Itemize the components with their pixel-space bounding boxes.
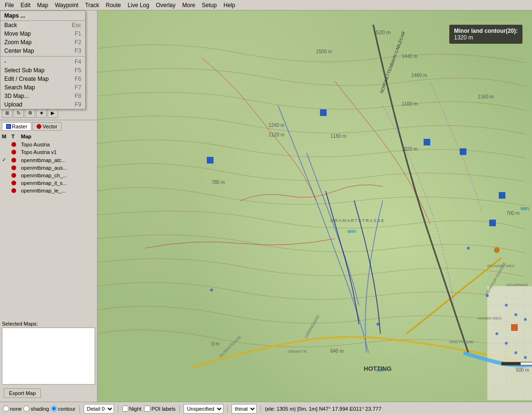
menu-map[interactable]: Map <box>34 1 51 10</box>
svg-text:HOLERWEG: HOLERWEG <box>506 283 529 287</box>
export-map-button[interactable]: Export Map <box>4 388 41 398</box>
svg-text:500 m: 500 m <box>516 367 529 373</box>
status-sep-5 <box>261 405 261 413</box>
type-6 <box>11 188 21 193</box>
menu-setup[interactable]: Setup <box>199 1 220 10</box>
main-area: Maps ... Back Esc Move Map F1 Zoom Map F… <box>0 10 532 402</box>
status-sep-2 <box>118 405 118 413</box>
dropdown-edit-create-map[interactable]: Edit / Create Map F6 <box>0 75 85 83</box>
menu-track[interactable]: Track <box>82 1 102 10</box>
svg-text:HOTTING: HOTTING <box>364 365 392 372</box>
map-row-5[interactable]: openmtbmap_it_s... <box>0 179 97 187</box>
svg-text:640 m: 640 m <box>330 348 344 354</box>
tab-raster[interactable]: Raster <box>2 122 31 131</box>
col-header-t: T <box>11 134 21 139</box>
svg-text:1240 m: 1240 m <box>269 123 284 128</box>
menu-more[interactable]: More <box>179 1 198 10</box>
dropdown-center-map[interactable]: Center Map F3 <box>0 47 85 55</box>
type-5 <box>11 181 21 185</box>
map-row-6[interactable]: openmtbmap_le_... <box>0 187 97 194</box>
tab-vector[interactable]: Vector <box>32 122 61 131</box>
dropdown-move-map-label: Move Map <box>4 30 31 37</box>
dropdown-f4[interactable]: - F4 <box>0 58 85 66</box>
map-row-1[interactable]: Topo Austria v1 <box>0 148 97 156</box>
dropdown-search-map[interactable]: Search Map F7 <box>0 83 85 92</box>
dropdown-search-map-label: Search Map <box>4 84 35 91</box>
map-row-2[interactable]: ✓ openmtbmap_atc... <box>0 156 97 164</box>
radio-shading[interactable]: shading <box>23 405 49 412</box>
radio-shading-input[interactable] <box>23 405 29 412</box>
dropdown-center-map-label: Center Map <box>4 48 34 54</box>
type-4 <box>11 173 21 178</box>
svg-text:HOHER WEG: HOHER WEG <box>478 316 502 320</box>
dropdown-3d-map-label: 3D Map... <box>4 93 29 99</box>
radio-contour-label: contour <box>58 406 76 412</box>
maps-dropdown-title: Maps ... <box>0 11 85 21</box>
map-row-4[interactable]: openmtbmap_ch_... <box>0 172 97 179</box>
svg-rect-15 <box>207 157 213 164</box>
rv-tabs: Raster Vector <box>2 122 95 131</box>
map-area[interactable]: WiFi WiFi WiFi <box>97 10 532 402</box>
menu-file[interactable]: File <box>2 1 17 10</box>
svg-text:0 m: 0 m <box>212 341 220 347</box>
dropdown-3d-map[interactable]: 3D Map... F8 <box>0 92 85 100</box>
map-name-4: openmtbmap_ch_... <box>21 173 95 178</box>
map-canvas[interactable]: WiFi WiFi WiFi <box>97 10 532 402</box>
menu-waypoint[interactable]: Waypoint <box>52 1 81 10</box>
radio-contour-input[interactable] <box>51 405 57 412</box>
type-1 <box>11 150 21 154</box>
status-sep-1 <box>79 405 80 413</box>
svg-rect-17 <box>424 139 430 145</box>
svg-point-32 <box>524 318 527 321</box>
col-headers: M T Map <box>0 133 97 141</box>
selected-maps-area: Selected Maps: Export Map <box>0 319 97 402</box>
radio-shading-label: shading <box>30 406 49 412</box>
radio-none[interactable]: none <box>3 405 21 412</box>
svg-rect-22 <box>511 324 518 331</box>
type-2 <box>11 158 21 163</box>
map-name-5: openmtbmap_it_s... <box>21 180 95 186</box>
unspecified-select[interactable]: Unspecified <box>184 404 223 414</box>
dropdown-f4-label: - <box>4 58 6 65</box>
status-sep-4 <box>227 405 228 413</box>
profile-select[interactable]: thinat <box>232 404 257 414</box>
svg-text:1520 m: 1520 m <box>373 29 391 35</box>
menu-livelog[interactable]: Live Log <box>125 1 152 10</box>
menu-route[interactable]: Route <box>103 1 124 10</box>
map-row-3[interactable]: openmtbmap_aus... <box>0 164 97 172</box>
dropdown-upload[interactable]: Upload F9 <box>0 100 85 109</box>
svg-text:700 m: 700 m <box>506 211 520 216</box>
radio-none-input[interactable] <box>3 405 9 412</box>
col-header-map: Map <box>21 134 95 139</box>
night-checkbox-label[interactable]: Night <box>122 405 142 412</box>
check-2: ✓ <box>2 157 11 163</box>
map-name-1: Topo Austria v1 <box>21 149 95 155</box>
menu-help[interactable]: Help <box>221 1 238 10</box>
svg-point-28 <box>467 247 470 250</box>
poi-checkbox[interactable] <box>144 405 150 412</box>
coordinates-text: (ele: 1305 m) [0m, 1m] N47° 17.994 E011°… <box>265 406 381 412</box>
dropdown-select-sub-map[interactable]: Select Sub Map F5 <box>0 66 85 75</box>
dropdown-separator-1 <box>0 56 85 57</box>
map-name-3: openmtbmap_aus... <box>21 165 95 171</box>
map-list: Topo Austria Topo Austria v1 ✓ openmtbma… <box>0 141 97 319</box>
svg-point-31 <box>514 313 517 316</box>
detail-select[interactable]: Detail 0 Detail 1 Detail 2 <box>84 404 114 414</box>
svg-point-27 <box>377 323 379 326</box>
poi-checkbox-label[interactable]: POI labels <box>144 405 175 412</box>
night-checkbox[interactable] <box>122 405 128 412</box>
svg-point-36 <box>524 356 527 359</box>
dropdown-back[interactable]: Back Esc <box>0 21 85 29</box>
svg-point-35 <box>514 351 517 354</box>
col-header-m: M <box>2 134 11 139</box>
dropdown-zoom-map[interactable]: Zoom Map F2 <box>0 38 85 47</box>
menu-overlay[interactable]: Overlay <box>153 1 178 10</box>
svg-text:1100 m: 1100 m <box>402 101 417 106</box>
map-row-0[interactable]: Topo Austria <box>0 141 97 148</box>
radio-contour[interactable]: contour <box>51 405 76 412</box>
svg-text:1160 m: 1160 m <box>478 94 493 99</box>
terrain-radio-group: none shading contour <box>3 405 76 412</box>
menu-edit[interactable]: Edit <box>18 1 33 10</box>
dropdown-move-map[interactable]: Move Map F1 <box>0 29 85 38</box>
svg-text:1460 m: 1460 m <box>411 73 427 78</box>
